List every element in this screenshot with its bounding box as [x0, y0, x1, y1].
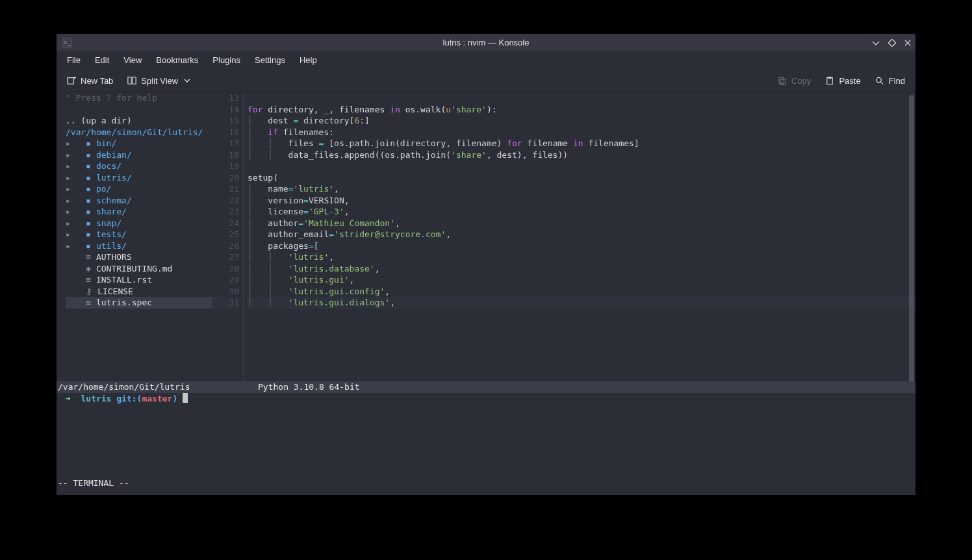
paste-icon	[825, 76, 834, 85]
tree-file[interactable]: ≡ INSTALL.rst	[66, 274, 212, 286]
split-view-icon	[127, 76, 136, 85]
status-left: /var/home/simon/Git/lutris	[57, 381, 253, 393]
file-tree[interactable]: " Press ? for help .. (up a dir) /var/ho…	[57, 92, 212, 381]
new-tab-button[interactable]: New Tab	[62, 73, 118, 88]
shell-prompt[interactable]: ➜ lutris git:(master)	[57, 393, 915, 405]
line-number-gutter: 13141516171819202122232425262728293031	[212, 92, 244, 381]
terminal-blank[interactable]	[57, 404, 915, 477]
tree-file[interactable]: ✱ CONTRIBUTING.md	[66, 263, 212, 275]
window-title: lutris : nvim — Konsole	[443, 38, 530, 47]
tree-updir[interactable]: .. (up a dir)	[66, 115, 212, 127]
svg-rect-3	[133, 77, 136, 84]
tree-folder[interactable]: ▸ ▪ tests/	[66, 229, 212, 240]
window-controls	[871, 38, 912, 47]
tree-file[interactable]: ⚷ LICENSE	[66, 286, 212, 298]
tree-folder[interactable]: ▸ ▪ debian/	[66, 149, 212, 161]
tree-folder[interactable]: ▸ ▪ utils/	[66, 240, 212, 252]
svg-rect-7	[828, 77, 832, 79]
tree-file[interactable]: ≡ lutris.spec	[66, 297, 212, 309]
paste-button[interactable]: Paste	[820, 73, 865, 88]
svg-point-8	[876, 77, 881, 82]
scrollbar[interactable]	[909, 95, 914, 381]
terminal-icon: >_	[62, 38, 72, 48]
search-icon	[875, 76, 884, 85]
tree-help: " Press ? for help	[66, 92, 212, 104]
tree-folder[interactable]: ▸ ▪ docs/	[66, 160, 212, 172]
svg-rect-1	[68, 78, 74, 84]
menu-help[interactable]: Help	[293, 53, 324, 68]
titlebar: >_ lutris : nvim — Konsole	[57, 34, 915, 51]
menu-bookmarks[interactable]: Bookmarks	[149, 53, 205, 68]
tree-folder[interactable]: ▸ ▪ schema/	[66, 195, 212, 207]
menu-view[interactable]: View	[117, 53, 148, 68]
copy-label: Copy	[791, 76, 811, 86]
svg-rect-0	[888, 39, 895, 46]
tree-folder[interactable]: ▸ ▪ share/	[66, 206, 212, 218]
menu-plugins[interactable]: Plugins	[206, 53, 247, 68]
menu-edit[interactable]: Edit	[88, 53, 116, 68]
tree-root: /var/home/simon/Git/lutris/	[66, 127, 212, 138]
new-tab-icon	[67, 76, 76, 85]
tree-folder[interactable]: ▸ ▪ lutris/	[66, 172, 212, 184]
find-button[interactable]: Find	[870, 73, 910, 88]
minimize-icon[interactable]	[871, 38, 880, 47]
menu-file[interactable]: File	[60, 53, 87, 68]
find-label: Find	[889, 76, 905, 86]
svg-rect-2	[128, 77, 131, 84]
terminal-cursor	[183, 393, 188, 403]
paste-label: Paste	[839, 76, 860, 86]
terminal-area[interactable]: " Press ? for help .. (up a dir) /var/ho…	[57, 92, 915, 495]
new-tab-label: New Tab	[81, 76, 113, 86]
tree-folder[interactable]: ▸ ▪ snap/	[66, 218, 212, 229]
svg-rect-4	[779, 77, 784, 83]
status-line: /var/home/simon/Git/lutris Python 3.10.8…	[57, 381, 915, 393]
code-editor[interactable]: for directory, _, filenames in os.walk(u…	[244, 92, 915, 381]
tree-folder[interactable]: ▸ ▪ po/	[66, 183, 212, 195]
menu-settings[interactable]: Settings	[248, 53, 292, 68]
svg-rect-5	[781, 79, 786, 84]
toolbar: New Tab Split View Copy	[57, 70, 915, 92]
close-icon[interactable]	[904, 39, 912, 47]
vim-mode: -- TERMINAL --	[57, 477, 915, 489]
tree-file[interactable]: ≡ AUTHORS	[66, 251, 212, 263]
menubar: File Edit View Bookmarks Plugins Setting…	[57, 51, 915, 70]
chevron-down-icon	[183, 76, 192, 85]
maximize-icon[interactable]	[888, 39, 896, 47]
split-view-button[interactable]: Split View	[122, 73, 197, 88]
copy-icon	[778, 76, 787, 85]
tree-folder[interactable]: ▸ ▪ bin/	[66, 138, 212, 149]
status-right: Python 3.10.8 64-bit	[253, 381, 915, 393]
konsole-window: >_ lutris : nvim — Konsole File Edit Vie…	[57, 34, 915, 495]
copy-button[interactable]: Copy	[773, 73, 816, 88]
split-view-label: Split View	[141, 76, 178, 86]
